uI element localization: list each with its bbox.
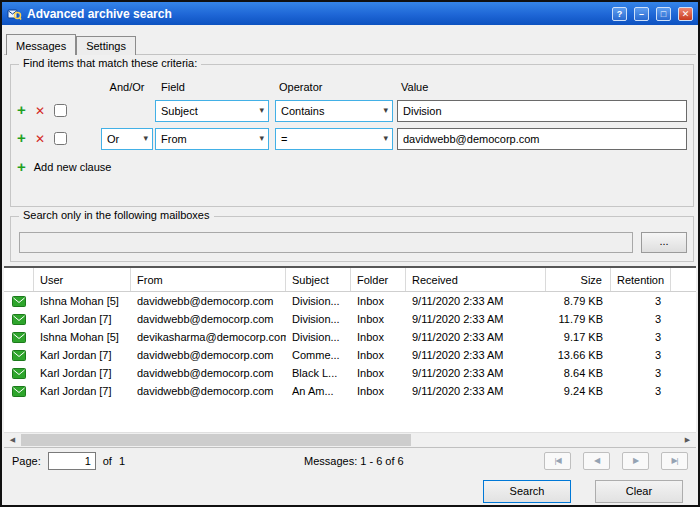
mailboxes-groupbox: Search only in the following mailboxes .… [10, 216, 694, 262]
and-or-dropdown-value: Or [107, 133, 119, 145]
table-row[interactable]: Karl Jordan [7] davidwebb@democorp.com A… [4, 382, 696, 400]
column-header-from[interactable]: From [131, 268, 286, 291]
cell-size: 11.79 KB [546, 313, 611, 325]
add-clause-row: + Add new clause [11, 159, 693, 175]
cell-size: 8.79 KB [546, 295, 611, 307]
criteria-group-title: Find items that match these criteria: [19, 57, 201, 69]
chevron-down-icon: ▾ [259, 133, 264, 143]
header-field: Field [161, 81, 185, 95]
previous-page-button[interactable]: ◀ [583, 452, 610, 470]
pagination-nav: |◀ ◀ ▶ ▶| [544, 452, 688, 470]
mailboxes-input[interactable] [19, 232, 633, 253]
column-header-received[interactable]: Received [406, 268, 546, 291]
add-clause-icon[interactable]: + [17, 102, 26, 118]
operator-dropdown-value: = [281, 133, 287, 145]
column-header-user[interactable]: User [34, 268, 131, 291]
first-page-button[interactable]: |◀ [544, 452, 571, 470]
cell-subject: Division... [286, 331, 351, 343]
cell-subject: Comme... [286, 349, 351, 361]
chevron-down-icon: ▾ [383, 105, 388, 115]
cell-received: 9/11/2020 2:33 AM [406, 349, 546, 361]
close-button[interactable]: ✕ [678, 7, 693, 21]
cell-folder: Inbox [351, 331, 406, 343]
scrollbar-thumb[interactable] [21, 434, 411, 446]
page-number-input[interactable] [48, 452, 96, 470]
criteria-groupbox: Find items that match these criteria: An… [10, 64, 694, 207]
value-input[interactable] [397, 128, 687, 150]
scroll-right-icon[interactable]: ▶ [680, 433, 695, 447]
action-bar: Search Clear [2, 474, 698, 507]
cell-received: 9/11/2020 2:33 AM [406, 295, 546, 307]
column-header-folder[interactable]: Folder [351, 268, 406, 291]
add-clause-icon[interactable]: + [17, 130, 26, 146]
search-button[interactable]: Search [483, 480, 571, 503]
mail-icon [4, 350, 34, 361]
column-header-retention[interactable]: Retention [611, 268, 671, 291]
maximize-button[interactable]: □ [656, 7, 671, 21]
value-input[interactable] [397, 100, 687, 122]
cell-received: 9/11/2020 2:33 AM [406, 313, 546, 325]
cell-subject: An Am... [286, 385, 351, 397]
clear-button[interactable]: Clear [595, 480, 683, 503]
cell-from: davidwebb@democorp.com [131, 349, 286, 361]
clause-checkbox[interactable] [54, 132, 67, 145]
field-dropdown[interactable]: Subject ▾ [155, 100, 269, 122]
column-header-subject[interactable]: Subject [286, 268, 351, 291]
chevron-down-icon: ▾ [383, 133, 388, 143]
operator-dropdown[interactable]: = ▾ [275, 128, 393, 150]
field-dropdown[interactable]: From ▾ [155, 128, 269, 150]
cell-retention: 3 [611, 331, 671, 343]
column-header-icon[interactable] [4, 268, 34, 291]
table-row[interactable]: Karl Jordan [7] davidwebb@democorp.com D… [4, 310, 696, 328]
mail-icon [4, 296, 34, 307]
operator-dropdown[interactable]: Contains ▾ [275, 100, 393, 122]
page-count: 1 [119, 455, 125, 467]
criteria-row: + ✕ Subject ▾ Contains ▾ [11, 100, 693, 122]
add-new-clause-button[interactable]: + Add new clause [17, 159, 111, 175]
minimize-button[interactable]: – [634, 7, 649, 21]
of-label: of [103, 455, 112, 467]
clause-checkbox[interactable] [54, 104, 67, 117]
cell-size: 13.66 KB [546, 349, 611, 361]
cell-retention: 3 [611, 313, 671, 325]
browse-mailboxes-button[interactable]: ... [641, 232, 687, 253]
mail-icon [4, 332, 34, 343]
cell-from: davidwebb@democorp.com [131, 385, 286, 397]
cell-folder: Inbox [351, 385, 406, 397]
cell-from: davidwebb@democorp.com [131, 313, 286, 325]
tab-settings[interactable]: Settings [76, 36, 136, 55]
header-value: Value [401, 81, 428, 95]
cell-received: 9/11/2020 2:33 AM [406, 367, 546, 379]
cell-folder: Inbox [351, 295, 406, 307]
cell-retention: 3 [611, 349, 671, 361]
cell-user: Karl Jordan [7] [34, 367, 131, 379]
tab-strip: Messages Settings [6, 34, 136, 55]
delete-clause-icon[interactable]: ✕ [35, 103, 45, 119]
help-button[interactable]: ? [612, 7, 627, 21]
table-row[interactable]: Karl Jordan [7] davidwebb@democorp.com B… [4, 364, 696, 382]
mail-icon [4, 386, 34, 397]
tab-messages[interactable]: Messages [6, 34, 76, 55]
and-or-dropdown[interactable]: Or ▾ [101, 128, 153, 150]
results-table: User From Subject Folder Received Size R… [4, 266, 696, 447]
last-page-button[interactable]: ▶| [661, 452, 688, 470]
scroll-left-icon[interactable]: ◀ [5, 433, 20, 447]
header-and-or: And/Or [101, 81, 153, 95]
table-row[interactable]: Ishna Mohan [5] davidwebb@democorp.com D… [4, 292, 696, 310]
cell-received: 9/11/2020 2:33 AM [406, 385, 546, 397]
next-page-button[interactable]: ▶ [622, 452, 649, 470]
table-row[interactable]: Ishna Mohan [5] devikasharma@democorp.co… [4, 328, 696, 346]
cell-user: Karl Jordan [7] [34, 313, 131, 325]
cell-from: devikasharma@democorp.com [131, 331, 286, 343]
mailboxes-group-title: Search only in the following mailboxes [19, 209, 214, 221]
cell-from: davidwebb@democorp.com [131, 295, 286, 307]
delete-clause-icon[interactable]: ✕ [35, 131, 45, 147]
cell-user: Ishna Mohan [5] [34, 295, 131, 307]
cell-retention: 3 [611, 385, 671, 397]
header-operator: Operator [279, 81, 322, 95]
table-row[interactable]: Karl Jordan [7] davidwebb@democorp.com C… [4, 346, 696, 364]
operator-dropdown-value: Contains [281, 105, 324, 117]
horizontal-scrollbar[interactable]: ◀ ▶ [4, 432, 696, 447]
column-header-size[interactable]: Size [546, 268, 611, 291]
cell-folder: Inbox [351, 313, 406, 325]
